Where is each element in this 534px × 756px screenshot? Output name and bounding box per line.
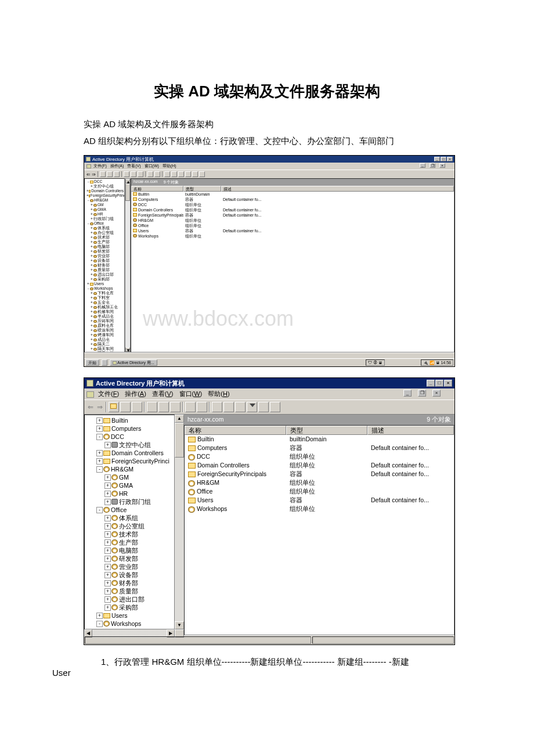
tree-item[interactable]: +烤漆车间	[85, 333, 124, 337]
toolbar-button[interactable]	[107, 171, 113, 177]
list-row[interactable]: Workshops组织单位	[185, 505, 454, 513]
tree-item[interactable]: +隔天车间	[85, 347, 124, 351]
tree-item[interactable]: +隔天车间	[85, 351, 124, 352]
tree-item[interactable]: +文控中心组	[85, 184, 124, 189]
tree-item[interactable]: -Office	[85, 506, 174, 514]
tree-item[interactable]: +Users	[85, 611, 174, 620]
minimize-button[interactable]: _	[434, 157, 440, 161]
list-row[interactable]: DCC组织单位	[131, 202, 454, 207]
toolbar-button[interactable]	[124, 171, 129, 177]
tree-item[interactable]: +行政部门组	[85, 217, 124, 221]
tree-item[interactable]: +压铸车间	[85, 319, 124, 323]
list-row[interactable]: Domain Controllers组织单位Default container …	[131, 207, 454, 213]
menu-item[interactable]: 文件(F)	[98, 390, 119, 397]
tree-item[interactable]: +财务部	[85, 579, 174, 587]
up-button[interactable]	[109, 402, 119, 412]
tree-item[interactable]: +采购部	[85, 277, 124, 282]
tree-item[interactable]: +质量部	[85, 268, 124, 272]
tree-item[interactable]: +文控中心组	[85, 441, 174, 449]
tree-item[interactable]: +ForeignSecurityPrinci	[85, 457, 174, 465]
toolbar-button[interactable]	[192, 171, 198, 177]
list-row[interactable]: Office组织单位	[131, 223, 454, 228]
tree-item[interactable]: +GMA	[85, 481, 174, 489]
tree-item[interactable]: +成品仓	[85, 337, 124, 342]
list-row[interactable]: Users容器Default container fo...	[131, 228, 454, 233]
inner-restore[interactable]: ❐	[418, 390, 426, 397]
tree-item[interactable]: +财务部	[85, 263, 124, 268]
tree-item[interactable]: +生产部	[85, 538, 174, 546]
toolbar-button[interactable]	[147, 171, 153, 177]
maximize-button[interactable]: □	[441, 157, 446, 161]
tree-item[interactable]: +HR	[85, 212, 124, 217]
toolbar-button[interactable]	[185, 171, 191, 177]
inner-close[interactable]: ×	[439, 163, 445, 168]
list-row[interactable]: HR&GM组织单位	[185, 478, 454, 487]
toolbar-button[interactable]	[164, 171, 170, 177]
toolbar-button[interactable]	[114, 171, 120, 177]
tree-item[interactable]: +行政部门组	[85, 498, 174, 506]
tree-item[interactable]: +ForeignSecurityPrincip	[85, 193, 124, 198]
toolbar-button[interactable]	[235, 402, 246, 412]
toolbar-button[interactable]	[120, 402, 131, 412]
tree-item[interactable]: +进出口部	[85, 595, 174, 603]
close-button[interactable]: ×	[444, 380, 452, 387]
tree-item[interactable]: +GM	[85, 203, 124, 207]
tree-item[interactable]: +GM	[85, 473, 174, 481]
toolbar-button[interactable]	[138, 171, 143, 177]
tree-item[interactable]: -HR&GM	[85, 198, 124, 203]
toolbar-button[interactable]	[258, 402, 269, 412]
tree-item[interactable]: +HR	[85, 489, 174, 498]
tree-item[interactable]: +技术部	[85, 530, 174, 538]
tree-item[interactable]: +生产部	[85, 240, 124, 244]
filter-icon[interactable]	[247, 402, 257, 412]
toolbar-button[interactable]	[178, 171, 184, 177]
tree-item[interactable]: +电脑部	[85, 546, 174, 555]
menu-item[interactable]: 操作(A)	[110, 164, 124, 168]
col-desc[interactable]: 描述	[221, 186, 454, 192]
toolbar-button[interactable]	[147, 402, 157, 412]
tree-item[interactable]: +Computers	[85, 424, 174, 433]
menu-item[interactable]: 文件(F)	[93, 164, 107, 168]
tree-item[interactable]: +营业部	[85, 563, 174, 571]
tree-item[interactable]: +体系组	[85, 514, 174, 522]
tree-item[interactable]: +Users	[85, 282, 124, 286]
list-row[interactable]: HR&GM组织单位	[131, 218, 454, 223]
list-row[interactable]: ForeignSecurityPrincipals容器Default conta…	[131, 213, 454, 218]
tree-item[interactable]: -DCC	[85, 433, 174, 441]
tree-item[interactable]: +体系组	[85, 226, 124, 231]
list-row[interactable]: Workshops组织单位	[131, 233, 454, 239]
inner-minimize[interactable]: _	[403, 390, 412, 397]
list-row[interactable]: Users容器Default container fo...	[185, 496, 454, 505]
toolbar-button[interactable]	[131, 171, 136, 177]
list-row[interactable]: BuiltinbuiltinDomain	[131, 192, 454, 197]
toolbar-button[interactable]	[170, 402, 181, 412]
start-button[interactable]: 开始	[85, 359, 99, 366]
taskbar-app-button[interactable]: Active Directory 用...	[110, 359, 157, 366]
toolbar-button[interactable]	[132, 402, 142, 412]
inner-minimize[interactable]: _	[420, 163, 425, 168]
tree-item[interactable]: +采购部	[85, 603, 174, 611]
tree-item[interactable]: +下料仓库	[85, 291, 124, 296]
list-row[interactable]: DCC组织单位	[185, 452, 454, 461]
tree-item[interactable]: +进出口部	[85, 272, 124, 277]
tree-item[interactable]: +研发部	[85, 249, 124, 254]
toolbar-button[interactable]	[185, 402, 196, 412]
toolbar-button[interactable]	[199, 171, 205, 177]
list-row[interactable]: Computers容器Default container fo...	[185, 444, 454, 452]
toolbar-button[interactable]	[197, 402, 207, 412]
tree-item[interactable]: +隔天二	[85, 342, 124, 347]
tree-item[interactable]: +技术部	[85, 235, 124, 240]
tree-item[interactable]: +电脑部	[85, 244, 124, 249]
tree-view[interactable]: -DCC+文控中心组+Domain Controllers+ForeignSec…	[84, 178, 125, 352]
tree-item[interactable]: +原料仓库	[85, 323, 124, 328]
toolbar-button[interactable]	[212, 402, 222, 412]
tree-item[interactable]: -Workshops	[85, 286, 124, 291]
list-view[interactable]: hzcar-xx.com 9 个对象 名称 类型 描述 Builtinbuilt…	[131, 178, 454, 352]
toolbar-button[interactable]	[154, 171, 160, 177]
tree-item[interactable]: +Builtin	[85, 416, 174, 424]
tree-item[interactable]: +研发部	[85, 555, 174, 563]
tree-item[interactable]: +质量部	[85, 587, 174, 595]
tree-item[interactable]: +营业部	[85, 254, 124, 258]
list-row[interactable]: BuiltinbuiltinDomain	[185, 435, 454, 444]
tree-item[interactable]: +五金仓	[85, 300, 124, 305]
